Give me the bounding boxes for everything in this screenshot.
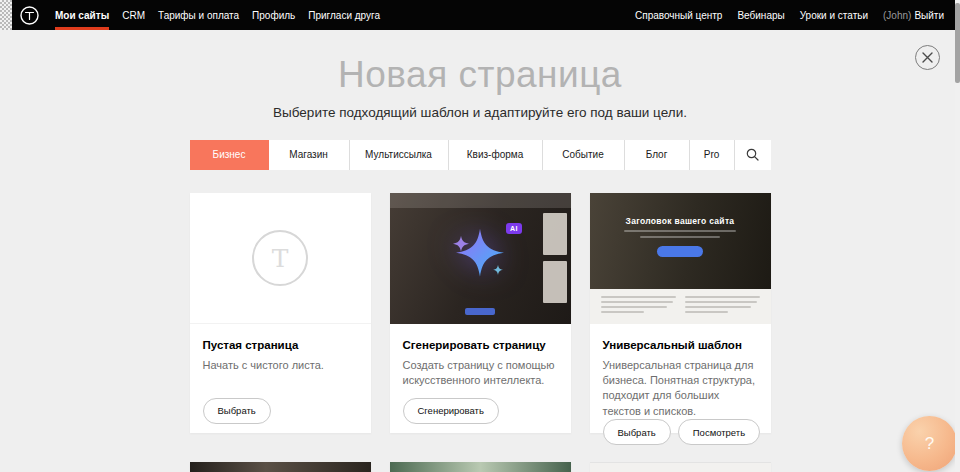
preview-panel	[543, 261, 567, 303]
choose-universal-button[interactable]: Выбрать	[603, 419, 671, 445]
card-description: Универсальная страница для бизнеса. Поня…	[603, 358, 758, 420]
nav-my-sites[interactable]: Мои сайты	[55, 0, 109, 30]
generate-button[interactable]: Сгенерировать	[403, 398, 499, 424]
nav-label: Мои сайты	[55, 10, 109, 21]
user-name: (John)	[883, 10, 911, 21]
template-card-ai-generate[interactable]: AI Сгенерировать страницу Создать страни…	[390, 193, 571, 433]
template-grid: T Пустая страница Начать с чистого листа…	[190, 193, 771, 433]
template-card-next-row[interactable]	[390, 462, 571, 472]
close-button[interactable]	[915, 45, 940, 70]
topbar-nav-right: Справочный центр Вебинары Уроки и статьи…	[635, 0, 960, 30]
active-nav-underline	[55, 27, 109, 30]
help-button[interactable]: ?	[902, 416, 957, 471]
close-icon	[922, 52, 933, 63]
topbar-nav-left: Мои сайты CRM Тарифы и оплата Профиль Пр…	[55, 0, 380, 30]
ai-sparkle-icon	[448, 223, 512, 291]
ai-badge: AI	[506, 223, 522, 234]
preview-text-line	[640, 236, 720, 238]
card-body: Универсальный шаблон Универсальная стран…	[590, 324, 771, 455]
preview-panel	[543, 213, 567, 255]
page-subtitle: Выберите подходящий шаблон и адаптируйте…	[0, 105, 960, 120]
topbar: Мои сайты CRM Тарифы и оплата Профиль Пр…	[0, 0, 960, 30]
page-title: Новая страница	[0, 54, 960, 97]
search-icon	[746, 148, 759, 161]
template-card-next-row[interactable]	[190, 462, 371, 472]
scrollbar-thumb[interactable]	[955, 3, 960, 83]
nav-account: (John) Выйти	[883, 0, 944, 30]
template-preview-image	[390, 462, 571, 472]
universal-template-preview: Заголовок вашего сайта	[590, 193, 771, 324]
tilda-mark-icon: T	[251, 229, 309, 287]
ai-template-preview: AI	[390, 193, 571, 324]
tab-multilink[interactable]: Мультиссылка	[350, 140, 449, 170]
card-description: Создать страницу с помощью искусственног…	[403, 358, 558, 389]
nav-invite-friend[interactable]: Пригласи друга	[308, 0, 380, 30]
preview-text-column	[601, 296, 676, 317]
preview-cta-button	[657, 246, 703, 257]
nav-lessons-articles[interactable]: Уроки и статьи	[800, 0, 868, 30]
card-body: Сгенерировать страницу Создать страницу …	[390, 324, 571, 433]
template-preview-image	[190, 462, 371, 472]
preview-hero-section: Заголовок вашего сайта	[590, 193, 771, 289]
preview-button-chip	[465, 308, 495, 315]
nav-plans-payment[interactable]: Тарифы и оплата	[158, 0, 239, 30]
logo-hatch-pattern	[0, 0, 12, 30]
template-grid-row2	[190, 462, 771, 472]
nav-profile[interactable]: Профиль	[252, 0, 295, 30]
tab-event[interactable]: Событие	[543, 140, 625, 170]
preview-header-band	[390, 193, 571, 208]
help-question-icon: ?	[925, 434, 934, 454]
nav-webinars[interactable]: Вебинары	[737, 0, 784, 30]
preview-text-column	[685, 296, 760, 317]
tab-business[interactable]: Бизнес	[190, 140, 269, 170]
view-universal-button[interactable]: Посмотреть	[678, 419, 760, 445]
preview-site-title: Заголовок вашего сайта	[590, 216, 771, 226]
preview-text-section	[590, 289, 771, 324]
blank-template-preview: T	[190, 193, 371, 324]
tab-search[interactable]	[735, 140, 771, 170]
template-card-next-row[interactable]	[590, 462, 771, 472]
tab-shop[interactable]: Магазин	[269, 140, 350, 170]
logout-link[interactable]: Выйти	[914, 10, 944, 21]
card-body: Пустая страница Начать с чистого листа. …	[190, 324, 371, 433]
card-description: Начать с чистого листа.	[203, 358, 358, 373]
tab-pro[interactable]: Pro	[690, 140, 735, 170]
template-card-universal[interactable]: Заголовок вашего сайта Универсальный шаб…	[590, 193, 771, 433]
preview-text-line	[624, 230, 736, 232]
card-title: Сгенерировать страницу	[403, 339, 558, 351]
choose-blank-button[interactable]: Выбрать	[203, 398, 271, 424]
template-preview-image	[590, 462, 771, 472]
svg-text:T: T	[272, 244, 289, 273]
tilda-logo-icon[interactable]	[20, 6, 39, 25]
template-category-tabs: Бизнес Магазин Мультиссылка Квиз-форма С…	[190, 140, 771, 170]
template-card-blank[interactable]: T Пустая страница Начать с чистого листа…	[190, 193, 371, 433]
card-title: Пустая страница	[203, 339, 358, 351]
nav-crm[interactable]: CRM	[122, 0, 145, 30]
nav-help-center[interactable]: Справочный центр	[635, 0, 722, 30]
card-title: Универсальный шаблон	[603, 339, 758, 351]
tab-quiz-form[interactable]: Квиз-форма	[449, 140, 543, 170]
tab-blog[interactable]: Блог	[625, 140, 690, 170]
scrollbar-track[interactable]	[955, 0, 960, 472]
